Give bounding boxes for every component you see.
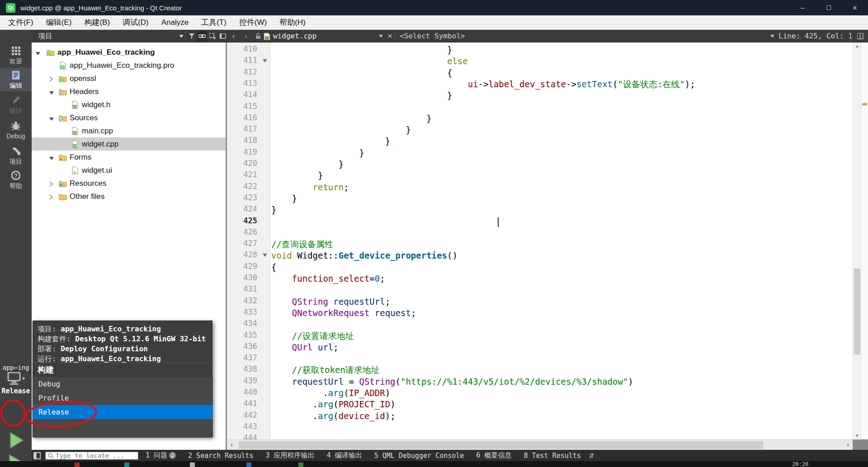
folder-other-icon [59,193,67,201]
split-pane-icon[interactable] [208,31,217,41]
taskbar-app-icon[interactable] [298,462,303,467]
output-pane-button-6 概要信息[interactable]: 6 概要信息 [476,451,511,460]
filter-icon[interactable] [187,31,196,41]
menu-item-4[interactable]: Analyze [155,15,195,30]
output-pane-button-3 应用程序输出[interactable]: 3 应用程序输出 [266,451,315,460]
fold-marker-icon[interactable] [263,254,267,257]
sync-with-editor-icon[interactable] [197,31,207,41]
taskbar-app-icon[interactable] [124,462,129,467]
tab-close-icon[interactable]: ✕ [385,31,395,41]
pencil-icon [0,94,32,106]
horizontal-scroll-thumb[interactable] [239,441,763,449]
expander-icon[interactable] [49,88,56,95]
symbol-selector[interactable]: <Select Symbol> [400,32,465,40]
linecol-dropdown-icon[interactable] [768,31,777,41]
maximize-button[interactable]: ☐ [816,0,842,15]
kit-selector[interactable] [5,372,26,387]
svg-text:h: h [60,91,62,95]
vertical-scrollbar[interactable]: ▲ ▼ [853,42,861,439]
editor-gutter: 4104114124134144154164174184194204214224… [227,42,270,439]
output-pane-button-4 编译输出[interactable]: 4 编译输出 [327,451,362,460]
tree-item-Other files[interactable]: Other files [32,190,226,203]
expander-icon[interactable] [62,101,70,108]
nav-back-icon[interactable]: ‹ [229,31,238,41]
editor-tab-widget-cpp[interactable]: widget.cpp [273,32,316,40]
code-editor[interactable]: 4104114124134144154164174184194204214224… [227,42,853,439]
tree-item-main.cpp[interactable]: C+main.cpp [32,124,226,137]
vertical-scroll-thumb[interactable] [854,269,860,354]
taskbar-app-icon[interactable] [246,462,251,467]
tree-item-widget.cpp[interactable]: C+widget.cpp [32,137,226,151]
split-editor-icon[interactable] [855,31,865,41]
expander-icon[interactable] [49,62,56,69]
tree-item-Forms[interactable]: Forms [32,151,226,164]
output-pane-button-1 问题[interactable]: 1 问题2 [146,451,176,460]
line-number: 424 [243,204,257,213]
expander-icon[interactable] [49,180,56,187]
build-option-Profile[interactable]: Profile [33,391,213,405]
code-line-441: .arg(PROJECT_ID) [271,399,396,410]
tree-item-widget.h[interactable]: C+widget.h [32,98,226,111]
locator[interactable] [45,452,138,460]
menu-item-2[interactable]: 构建(B) [78,15,116,30]
scroll-up-icon[interactable]: ▲ [853,42,861,50]
tree-item-Headers[interactable]: hHeaders [32,85,226,98]
menu-item-7[interactable]: 帮助(H) [273,15,312,30]
run-button[interactable] [6,431,26,449]
mode-tab-帮助[interactable]: ?帮助 [0,168,32,192]
expander-icon[interactable] [62,141,70,148]
expander-icon[interactable] [62,127,70,135]
expander-icon[interactable] [49,154,56,161]
tree-item-openssl[interactable]: Qtopenssl [32,72,226,85]
close-pane-icon[interactable] [218,31,227,41]
locator-input[interactable] [56,452,136,459]
expander-icon[interactable] [62,167,70,174]
line-number: 440 [243,387,257,396]
mode-tab-Debug[interactable]: Debug [0,118,32,142]
tree-item-app_Huawei_Eco_tracking[interactable]: Qtapp_Huawei_Eco_tracking [32,46,226,59]
tree-item-Resources[interactable]: Resources [32,177,226,190]
mode-tab-欢迎[interactable]: 欢迎 [0,43,32,67]
fold-marker-icon[interactable] [263,59,267,62]
tree-item-app_Huawei_Eco_tracking.pro[interactable]: Qtapp_Huawei_Eco_tracking.pro [32,59,226,72]
menu-item-0[interactable]: 文件(F) [2,15,40,30]
build-config-popup: 项目: app_Huawei_Eco_tracking构建套件: Desktop… [33,321,212,437]
scroll-right-icon[interactable]: › [846,440,850,450]
mode-tab-设计[interactable]: 设计 [0,93,32,117]
folder-qt-icon: Qt [47,48,55,57]
tree-item-Sources[interactable]: c+Sources [32,111,226,124]
tree-item-widget.ui[interactable]: widget.ui [32,164,226,177]
output-panes-toggle-icon[interactable] [33,452,41,459]
expander-icon[interactable] [49,114,56,122]
folder-h-icon: h [59,88,67,96]
menu-item-3[interactable]: 调试(D) [116,15,155,30]
menu-item-6[interactable]: 控件(W) [233,15,273,30]
nav-forward-icon[interactable]: › [241,31,251,41]
close-button[interactable]: ✕ [842,0,868,15]
mode-tab-编辑[interactable]: 编辑 [0,68,32,91]
code-line-420: } [271,159,344,170]
code-line-432: QString requestUrl; [271,296,390,307]
pane-updown-icon[interactable]: ⇵ [589,452,594,459]
taskbar-app-icon[interactable] [75,462,80,467]
build-option-Debug[interactable]: Debug [33,377,213,391]
popup-section-title: 构建 [38,364,54,375]
horizontal-scrollbar[interactable]: ‹ › [227,439,853,450]
build-option-Release[interactable]: Release [33,405,213,419]
expander-icon[interactable] [49,193,56,200]
scroll-left-icon[interactable]: ‹ [230,440,234,450]
output-pane-button-2 Search Results[interactable]: 2 Search Results [188,452,254,460]
title-bar: Qt widget.cpp @ app_Huawei_Eco_tracking … [0,0,868,15]
menu-item-1[interactable]: 编辑(E) [40,15,78,30]
output-pane-button-8 Test Results[interactable]: 8 Test Results [524,452,580,460]
menu-item-5[interactable]: 工具(T) [195,15,233,30]
scroll-down-icon[interactable]: ▼ [853,432,861,439]
minimize-button[interactable]: ─ [789,0,816,15]
tab-dropdown-icon[interactable] [376,31,386,41]
pane-combo-arrow-icon[interactable] [176,31,186,41]
expander-icon[interactable] [35,49,42,56]
taskbar-app-icon[interactable] [190,462,195,467]
mode-tab-项目[interactable]: 项目 [0,144,32,167]
output-pane-button-5 QML Debugger Console[interactable]: 5 QML Debugger Console [374,452,464,460]
expander-icon[interactable] [49,75,56,82]
